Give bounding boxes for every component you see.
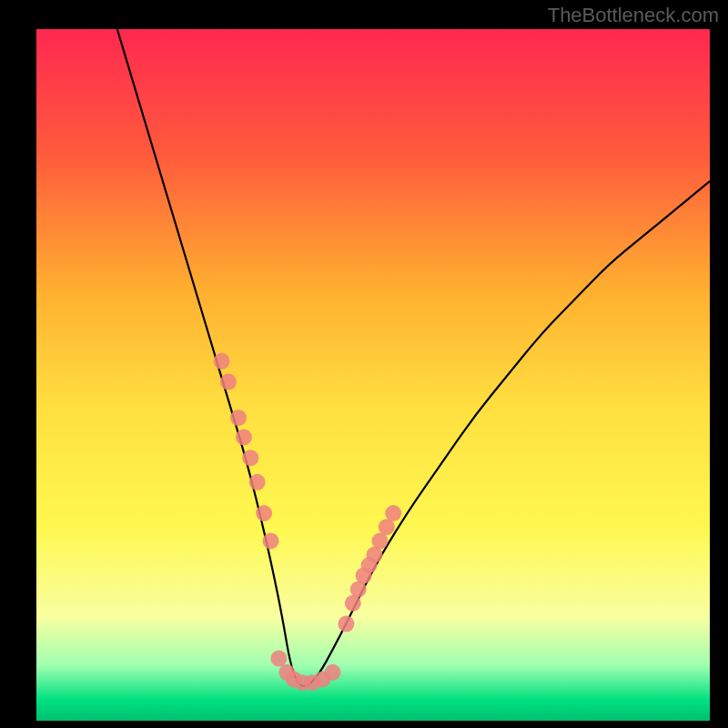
marker-dot [230, 410, 247, 426]
marker-dot [385, 505, 401, 521]
gradient-background [36, 29, 710, 721]
marker-dot [338, 616, 354, 632]
watermark-text: TheBottleneck.com [548, 4, 719, 27]
marker-dot [270, 651, 287, 667]
marker-dot [249, 474, 266, 490]
plot-area [36, 29, 710, 721]
marker-dot [242, 450, 258, 466]
chart-canvas: TheBottleneck.com [0, 0, 728, 728]
plot-svg [36, 29, 710, 721]
marker-dot [236, 429, 252, 445]
marker-dot [220, 374, 237, 390]
marker-dot [256, 505, 272, 521]
marker-dot [325, 664, 341, 681]
marker-dot [214, 353, 230, 369]
marker-dot [263, 532, 279, 549]
